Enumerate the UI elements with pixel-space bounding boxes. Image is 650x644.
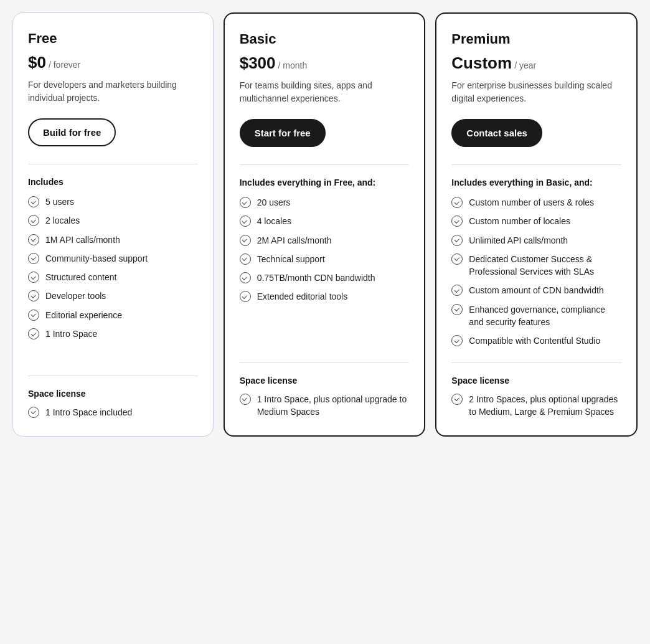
divider-bottom-free — [28, 376, 198, 376]
feature-text: 1 Intro Space — [45, 328, 97, 340]
check-icon — [28, 407, 39, 418]
space-license-list-basic: 1 Intro Space, plus optional upgrade to … — [240, 393, 410, 419]
list-item: Unlimited API calls/month — [451, 234, 621, 247]
list-item: 1 Intro Space, plus optional upgrade to … — [240, 393, 410, 419]
divider-top-premium — [451, 164, 621, 165]
list-item: Developer tools — [28, 290, 198, 302]
includes-title-free: Includes — [28, 177, 198, 187]
check-icon — [28, 328, 39, 339]
list-item: Custom number of users & roles — [451, 196, 621, 209]
plan-price-row-basic: $300/ month — [240, 54, 410, 73]
list-item: 0.75TB/month CDN bandwidth — [240, 272, 410, 284]
feature-text: Technical support — [257, 253, 325, 265]
feature-text: Custom number of users & roles — [469, 196, 594, 209]
check-icon — [451, 335, 463, 346]
feature-text: 0.75TB/month CDN bandwidth — [257, 272, 375, 284]
plan-description-basic: For teams building sites, apps and multi… — [240, 79, 410, 105]
cta-button-premium[interactable]: Contact sales — [451, 119, 542, 147]
cta-button-free[interactable]: Build for free — [28, 118, 116, 146]
plan-card-free: Free$0/ foreverFor developers and market… — [12, 12, 214, 437]
check-icon — [28, 234, 39, 245]
space-license-title-premium: Space license — [451, 376, 621, 386]
plan-card-basic: Basic$300/ monthFor teams building sites… — [224, 12, 426, 437]
check-icon — [240, 253, 251, 265]
space-license-text: 1 Intro Space included — [45, 406, 132, 419]
space-license-title-free: Space license — [28, 389, 198, 399]
list-item: Dedicated Customer Success & Professiona… — [451, 253, 621, 278]
feature-text: 5 users — [45, 196, 74, 208]
feature-text: Developer tools — [45, 290, 106, 302]
feature-text: 4 locales — [257, 215, 291, 227]
plan-price-row-free: $0/ forever — [28, 53, 198, 72]
check-icon — [451, 197, 463, 208]
check-icon — [28, 272, 39, 283]
list-item: Community-based support — [28, 252, 198, 265]
plan-name-premium: Premium — [451, 31, 621, 47]
list-item: 2M API calls/month — [240, 234, 410, 247]
plan-price-free: $0 — [28, 53, 46, 72]
check-icon — [451, 394, 463, 405]
check-icon — [451, 215, 463, 227]
list-item: Enhanced governance, compliance and secu… — [451, 303, 621, 329]
check-icon — [28, 290, 39, 301]
check-icon — [240, 394, 251, 405]
list-item: 1M API calls/month — [28, 234, 198, 246]
check-icon — [240, 272, 251, 283]
plan-period-basic: / month — [278, 60, 308, 70]
check-icon — [451, 304, 463, 315]
space-license-title-basic: Space license — [240, 376, 410, 386]
plan-description-premium: For enterprise businesses building scale… — [451, 79, 621, 105]
plan-card-premium: PremiumCustom/ yearFor enterprise busine… — [435, 12, 638, 437]
check-icon — [240, 235, 251, 246]
feature-text: Extended editorial tools — [257, 290, 348, 303]
feature-text: Enhanced governance, compliance and secu… — [469, 303, 621, 329]
list-item: Technical support — [240, 253, 410, 265]
list-item: Custom number of locales — [451, 215, 621, 227]
list-item: Structured content — [28, 271, 198, 283]
feature-text: 2M API calls/month — [257, 234, 332, 247]
feature-text: Community-based support — [45, 252, 148, 265]
feature-text: 2 locales — [45, 214, 80, 227]
divider-bottom-basic — [240, 362, 410, 363]
check-icon — [28, 253, 39, 264]
space-license-section-premium: Space license2 Intro Spaces, plus option… — [451, 360, 621, 419]
check-icon — [240, 197, 251, 208]
pricing-container: Free$0/ foreverFor developers and market… — [12, 12, 638, 437]
list-item: Extended editorial tools — [240, 290, 410, 303]
list-item: 4 locales — [240, 215, 410, 227]
feature-text: 20 users — [257, 196, 291, 209]
check-icon — [451, 253, 463, 265]
list-item: 2 Intro Spaces, plus optional upgrades t… — [451, 393, 621, 419]
plan-price-premium: Custom — [451, 54, 512, 73]
feature-text: Editorial experience — [45, 309, 122, 321]
feature-text: Custom amount of CDN bandwidth — [469, 284, 603, 296]
feature-list-free: 5 users2 locales1M API calls/monthCommun… — [28, 196, 198, 361]
check-icon — [240, 291, 251, 302]
feature-text: 1M API calls/month — [45, 234, 120, 246]
check-icon — [451, 285, 463, 296]
space-license-section-basic: Space license1 Intro Space, plus optiona… — [240, 360, 410, 419]
feature-text: Compatible with Contentful Studio — [469, 334, 600, 347]
check-icon — [28, 215, 39, 226]
space-license-text: 1 Intro Space, plus optional upgrade to … — [257, 393, 410, 419]
list-item: Editorial experience — [28, 309, 198, 321]
list-item: Compatible with Contentful Studio — [451, 334, 621, 347]
feature-text: Structured content — [45, 271, 116, 283]
space-license-list-free: 1 Intro Space included — [28, 406, 198, 419]
list-item: 1 Intro Space — [28, 328, 198, 340]
cta-button-basic[interactable]: Start for free — [240, 119, 326, 147]
list-item: 20 users — [240, 196, 410, 209]
plan-description-free: For developers and marketers building in… — [28, 78, 198, 105]
plan-name-free: Free — [28, 31, 198, 47]
list-item: 1 Intro Space included — [28, 406, 198, 419]
includes-title-premium: Includes everything in Basic, and: — [451, 178, 621, 187]
plan-period-free: / forever — [49, 60, 80, 70]
space-license-list-premium: 2 Intro Spaces, plus optional upgrades t… — [451, 393, 621, 419]
plan-name-basic: Basic — [240, 31, 410, 47]
check-icon — [451, 235, 463, 246]
plan-period-premium: / year — [514, 60, 536, 70]
feature-list-premium: Custom number of users & rolesCustom num… — [451, 196, 621, 348]
space-license-text: 2 Intro Spaces, plus optional upgrades t… — [469, 393, 621, 419]
list-item: Custom amount of CDN bandwidth — [451, 284, 621, 296]
divider-bottom-premium — [451, 362, 621, 363]
